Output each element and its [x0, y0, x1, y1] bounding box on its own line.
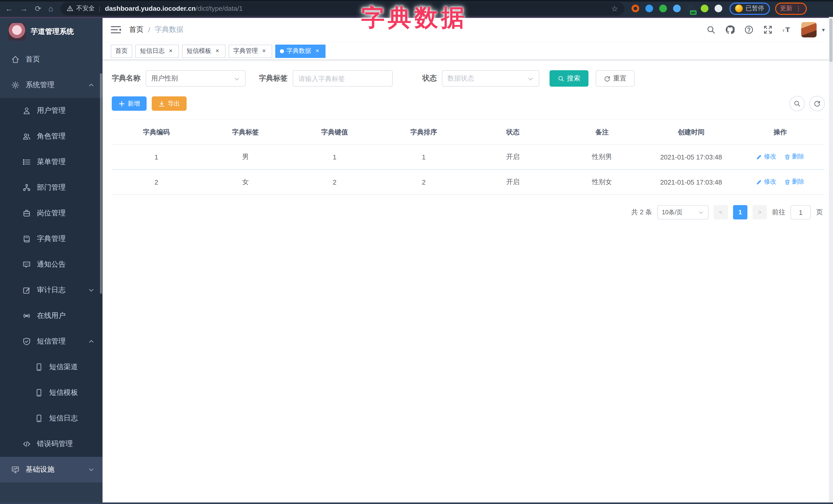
- puzzle-icon[interactable]: [714, 5, 722, 12]
- search-button[interactable]: 搜索: [549, 70, 589, 87]
- bookmark-star-icon[interactable]: ☆: [611, 4, 618, 13]
- phone-icon: [35, 389, 43, 397]
- sidebar-menu-item[interactable]: 通知公告: [0, 252, 102, 278]
- view-tab[interactable]: 字典数据 ×: [275, 44, 326, 58]
- browser-back-icon[interactable]: ←: [5, 4, 13, 13]
- extension-leaf-icon[interactable]: [700, 5, 708, 12]
- browser-forward-icon[interactable]: →: [20, 4, 28, 13]
- browser-menu-dots-icon[interactable]: ⋮: [795, 5, 802, 12]
- page-scrollbar[interactable]: [829, 17, 833, 504]
- chevron-up-icon: [88, 338, 94, 344]
- sidebar-menu-item[interactable]: 用户管理: [0, 98, 102, 124]
- extension-terminal-icon[interactable]: on: [687, 5, 694, 12]
- browser-home-icon[interactable]: ⌂: [48, 4, 53, 13]
- sidebar-menu-item[interactable]: 部门管理: [0, 175, 102, 200]
- extension-gem-icon[interactable]: [645, 5, 653, 12]
- goto-page-input[interactable]: [790, 205, 811, 219]
- sidebar-scrollbar[interactable]: [100, 73, 102, 294]
- profile-paused-pill[interactable]: 已暂停: [729, 2, 770, 15]
- sidebar-menu-item[interactable]: 短信模板: [0, 380, 102, 406]
- menu-item-label: 通知公告: [37, 260, 66, 269]
- delete-link[interactable]: 删除: [784, 152, 804, 161]
- refresh-table-button[interactable]: [809, 96, 825, 111]
- sidebar-menu-item[interactable]: 短信日志: [0, 406, 102, 431]
- menu-item-label: 短信管理: [37, 337, 66, 346]
- sidebar-menu-item[interactable]: 审计日志: [0, 278, 102, 303]
- status-placeholder: 数据状态: [448, 74, 474, 83]
- edit-link[interactable]: 修改: [756, 178, 776, 186]
- help-icon[interactable]: [744, 25, 754, 34]
- delete-link[interactable]: 删除: [784, 178, 804, 186]
- extension-orange-icon[interactable]: [631, 5, 639, 12]
- export-button[interactable]: 导出: [152, 96, 187, 111]
- extension-shield-icon[interactable]: [659, 5, 667, 12]
- sidebar-menu-item[interactable]: 首页: [0, 47, 102, 72]
- search-icon[interactable]: [707, 25, 716, 34]
- dict-data-table: 字典编码字典标签字典键值字典排序状态备注创建时间操作 1 男 1 1 开启 性别…: [112, 119, 825, 195]
- sidebar-menu-item[interactable]: 短信管理: [0, 329, 102, 354]
- extension-sliders-icon[interactable]: [673, 5, 681, 12]
- logo-image: [8, 23, 26, 41]
- close-icon[interactable]: ×: [214, 47, 221, 55]
- navbar-actions: тT ▾: [707, 22, 825, 38]
- sidebar-menu-item[interactable]: 在线用户: [0, 303, 102, 329]
- extension-on-badge: on: [690, 10, 696, 15]
- column-header: 创建时间: [647, 120, 736, 144]
- chevron-down-icon: [234, 75, 240, 81]
- users-icon: [23, 132, 31, 141]
- dict-name-select[interactable]: 用户性别: [146, 70, 245, 87]
- main-area: 首页 / 字典数据 тT ▾ 首页: [102, 17, 833, 504]
- sidebar-menu-item[interactable]: 基础设施: [0, 457, 102, 482]
- font-size-icon[interactable]: тT: [783, 25, 792, 34]
- app-title: 芋道管理系统: [31, 27, 74, 37]
- browser-chrome: ← → ⟳ ⌂ 不安全 | dashboard.yudao.iocoder.cn…: [0, 0, 833, 17]
- toggle-search-button[interactable]: [789, 96, 805, 111]
- address-bar[interactable]: 不安全 | dashboard.yudao.iocoder.cn /dict/t…: [60, 2, 624, 15]
- refresh-icon: [604, 75, 611, 82]
- sidebar-menu-item[interactable]: 岗位管理: [0, 200, 102, 226]
- sidebar-menu-item[interactable]: 系统管理: [0, 72, 102, 98]
- status-select[interactable]: 数据状态: [442, 70, 539, 87]
- sidebar-menu-item[interactable]: 字典管理: [0, 226, 102, 252]
- audit-log-icon: [23, 286, 31, 294]
- browser-reload-icon[interactable]: ⟳: [35, 4, 41, 13]
- browser-update-button[interactable]: 更新 ⋮: [775, 2, 807, 15]
- table-row: 1 男 1 1 开启 性别男 2021-01-05 17:03:48 修改: [112, 144, 825, 169]
- menu-item-label: 错误码管理: [37, 439, 73, 449]
- edit-link-label: 修改: [764, 178, 776, 186]
- view-tab[interactable]: 首页: [111, 44, 132, 58]
- user-avatar[interactable]: [802, 22, 817, 38]
- edit-link[interactable]: 修改: [756, 152, 776, 161]
- reset-button[interactable]: 重置: [596, 70, 635, 87]
- github-icon[interactable]: [725, 25, 735, 34]
- avatar-caret-icon[interactable]: ▾: [822, 26, 825, 33]
- sidebar-logo[interactable]: 芋道管理系统: [0, 17, 102, 47]
- current-page-button[interactable]: 1: [733, 205, 747, 219]
- cell-created-time: 2021-01-05 17:03:48: [647, 144, 736, 169]
- add-button[interactable]: 新增: [112, 96, 147, 111]
- page-size-select[interactable]: 10条/页: [657, 205, 709, 219]
- close-icon[interactable]: ×: [260, 47, 268, 55]
- sidebar-menu-item[interactable]: 短信渠道: [0, 354, 102, 380]
- view-tab[interactable]: 短信模板 ×: [182, 44, 225, 58]
- sidebar-menu-item[interactable]: 错误码管理: [0, 431, 102, 457]
- sidebar-menu-item[interactable]: 菜单管理: [0, 149, 102, 175]
- svg-text:т: т: [783, 28, 785, 33]
- next-page-button[interactable]: >: [753, 205, 767, 219]
- user-icon: [23, 106, 31, 115]
- menu-item-label: 首页: [26, 55, 40, 64]
- prev-page-button[interactable]: <: [714, 205, 728, 219]
- view-tab[interactable]: 短信日志 ×: [135, 44, 179, 58]
- menu-item-label: 审计日志: [37, 286, 66, 295]
- breadcrumb-home[interactable]: 首页: [129, 25, 144, 34]
- page-scrollbar-thumb[interactable]: [829, 19, 832, 62]
- search-button-label: 搜索: [567, 74, 580, 83]
- fullscreen-icon[interactable]: [764, 25, 773, 34]
- sidebar-menu-item[interactable]: 角色管理: [0, 124, 102, 149]
- hamburger-icon[interactable]: [111, 26, 121, 34]
- menu-item-label: 部门管理: [37, 183, 66, 192]
- close-icon[interactable]: ×: [314, 47, 321, 55]
- close-icon[interactable]: ×: [167, 47, 174, 55]
- dict-tag-input[interactable]: [298, 75, 387, 82]
- view-tab[interactable]: 字典管理 ×: [229, 44, 272, 58]
